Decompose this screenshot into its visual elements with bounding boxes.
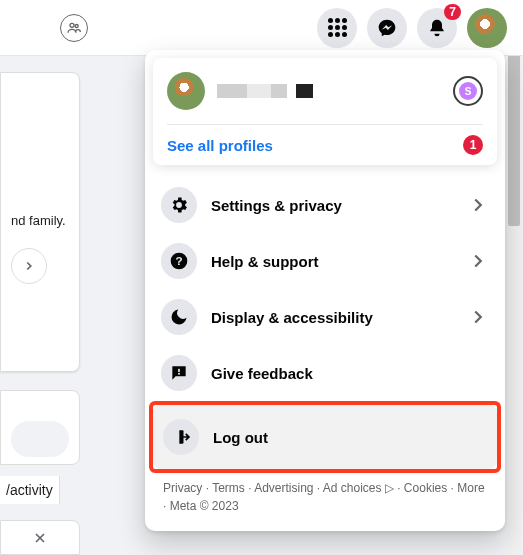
svg-text:?: ? (175, 254, 182, 267)
divider (167, 124, 483, 125)
switch-profile-button[interactable]: S (453, 76, 483, 106)
feedback-icon (161, 355, 197, 391)
logout-icon (163, 419, 199, 455)
messenger-button[interactable] (367, 8, 407, 48)
menu-item-help[interactable]: ? Help & support (153, 233, 497, 289)
menu-item-settings[interactable]: Settings & privacy (153, 177, 497, 233)
bell-icon (427, 18, 447, 38)
left-card: nd family. (0, 72, 80, 372)
notifications-button[interactable]: 7 (417, 8, 457, 48)
menu-item-label: Settings & privacy (211, 197, 453, 214)
chevron-right-icon (467, 250, 489, 272)
profile-avatar (167, 72, 205, 110)
profile-row[interactable]: S (167, 72, 483, 110)
chevron-right-icon (22, 259, 36, 273)
dropdown-footer: Privacy · Terms · Advertising · Ad choic… (153, 473, 497, 523)
grid-icon (328, 18, 347, 37)
menu-item-label: Log out (213, 429, 487, 446)
chevron-right-icon (467, 306, 489, 328)
logout-highlight: Log out (149, 401, 501, 473)
carousel-next-button[interactable] (11, 248, 47, 284)
notification-badge: 7 (444, 4, 461, 20)
menu-item-label: Display & accessibility (211, 309, 453, 326)
svg-rect-5 (178, 373, 180, 375)
left-card-3 (0, 520, 80, 555)
close-icon[interactable] (32, 530, 48, 546)
left-snippet: nd family. (11, 213, 69, 228)
svg-rect-4 (178, 369, 180, 372)
left-card-2 (0, 390, 80, 465)
svg-point-1 (75, 24, 78, 27)
menu-item-logout[interactable]: Log out (153, 405, 497, 469)
menu-item-label: Help & support (211, 253, 453, 270)
pill-placeholder (11, 421, 69, 457)
see-all-profiles-row[interactable]: See all profiles 1 (167, 135, 483, 155)
switch-profile-letter: S (459, 82, 477, 100)
top-bar: 7 (0, 0, 523, 56)
topbar-actions: 7 (317, 8, 507, 48)
help-icon: ? (161, 243, 197, 279)
svg-point-0 (70, 23, 74, 27)
profile-name-redacted (217, 84, 337, 98)
vertical-scrollbar[interactable]: ▲ (507, 0, 521, 555)
menu-grid-button[interactable] (317, 8, 357, 48)
account-dropdown: S See all profiles 1 Settings & privacy … (145, 50, 505, 531)
messenger-icon (377, 18, 397, 38)
chevron-right-icon (467, 194, 489, 216)
see-all-profiles-link[interactable]: See all profiles (167, 137, 273, 154)
menu-item-display[interactable]: Display & accessibility (153, 289, 497, 345)
menu-item-label: Give feedback (211, 365, 489, 382)
profiles-badge: 1 (463, 135, 483, 155)
profile-card: S See all profiles 1 (153, 58, 497, 165)
activity-link[interactable]: /activity (0, 476, 60, 504)
gear-icon (161, 187, 197, 223)
account-avatar-button[interactable] (467, 8, 507, 48)
moon-icon (161, 299, 197, 335)
menu-item-feedback[interactable]: Give feedback (153, 345, 497, 401)
groups-icon[interactable] (60, 14, 88, 42)
